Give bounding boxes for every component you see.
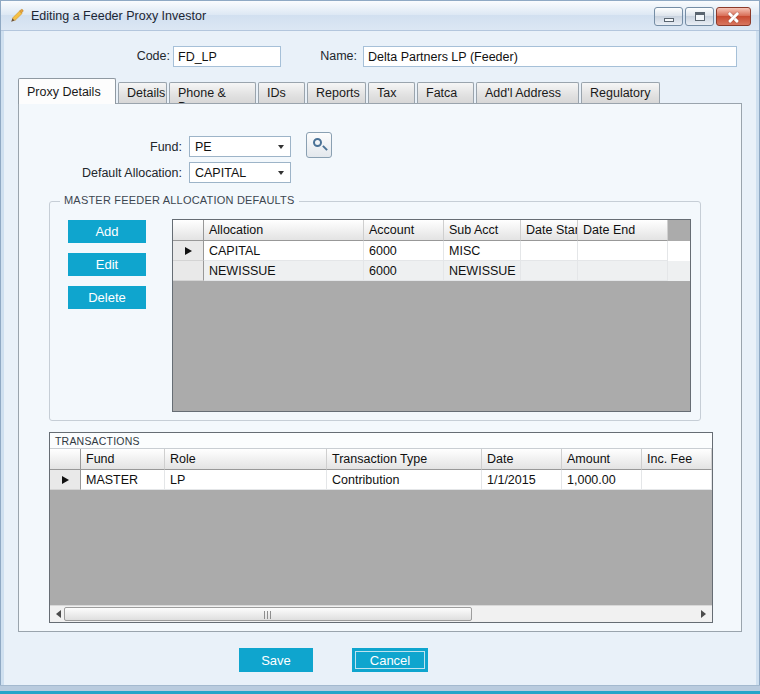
cell-date-start[interactable] [521,261,578,281]
cancel-button-label: Cancel [370,653,410,668]
code-label: Code: [90,46,170,66]
cell-date-end[interactable] [578,261,668,281]
fund-combobox[interactable]: PE [189,136,291,157]
horizontal-scrollbar[interactable] [50,605,712,622]
transactions-col-date[interactable]: Date [482,449,562,470]
chevron-down-icon [278,145,284,149]
row-selector[interactable] [173,261,204,281]
window-controls [654,7,751,26]
scrollbar-grip-icon [264,611,272,619]
cell-fund[interactable]: MASTER [81,470,165,490]
proxy-details-panel: Fund: PE Default Allocation: CAPITAL MAS… [18,103,742,632]
dialog-window: Editing a Feeder Proxy Investor Code: Na… [0,0,760,694]
add-button[interactable]: Add [68,220,146,243]
cancel-button[interactable]: Cancel [352,648,428,672]
cell-amount[interactable]: 1,000.00 [562,470,642,490]
window-title: Editing a Feeder Proxy Investor [31,9,206,23]
cell-allocation[interactable]: CAPITAL [204,241,364,261]
maximize-button[interactable] [685,7,714,26]
default-allocation-combobox-value: CAPITAL [195,166,246,180]
transactions-col-fund[interactable]: Fund [81,449,165,470]
fund-search-button[interactable] [306,132,332,158]
row-selector[interactable] [173,241,204,261]
minimize-button[interactable] [654,7,683,26]
chevron-down-icon [278,171,284,175]
default-allocation-combobox[interactable]: CAPITAL [189,162,291,183]
cell-account[interactable]: 6000 [364,241,444,261]
tab-ids[interactable]: IDs [258,82,305,104]
tab-tax[interactable]: Tax [368,82,415,104]
transactions-group: TRANSACTIONS Fund Role Transaction Type … [49,432,713,623]
search-icon [313,138,322,147]
fund-combobox-value: PE [195,140,212,154]
cell-role[interactable]: LP [165,470,327,490]
cell-date-start[interactable] [521,241,578,261]
tab-strip: Proxy Details Details Phone & Docs IDs R… [18,78,660,104]
pencil-icon [9,8,25,24]
allocation-grid-header: Allocation Account Sub Acct Date Start D… [173,220,690,241]
scrollbar-thumb[interactable] [64,607,472,621]
cell-sub-acct[interactable]: MISC [444,241,521,261]
allocation-header-selector [173,220,204,241]
name-input[interactable] [363,46,737,67]
close-button[interactable] [716,7,751,26]
save-button[interactable]: Save [239,648,313,672]
scroll-right-icon [701,610,706,618]
scroll-right-button[interactable] [695,606,712,622]
table-row[interactable]: NEWISSUE 6000 NEWISSUE [173,261,690,281]
current-row-arrow-icon [62,476,69,484]
tab-addl-address[interactable]: Add'l Address [476,82,579,104]
table-row[interactable]: CAPITAL 6000 MISC [173,241,690,261]
tab-reports[interactable]: Reports [307,82,366,104]
tab-phone-docs[interactable]: Phone & Docs [169,82,256,104]
code-input[interactable] [173,46,281,67]
transactions-title: TRANSACTIONS [50,433,712,449]
allocation-col-date-start[interactable]: Date Start [521,220,578,241]
name-label: Name: [300,46,357,66]
cell-date-end[interactable] [578,241,668,261]
tab-fatca[interactable]: Fatca [417,82,474,104]
tab-details[interactable]: Details [118,82,167,104]
edit-button[interactable]: Edit [68,253,146,276]
fund-label: Fund: [19,137,182,157]
allocation-col-date-end[interactable]: Date End [578,220,668,241]
cell-type[interactable]: Contribution [327,470,482,490]
minimize-icon [664,18,674,22]
maximize-icon [695,12,705,21]
transactions-grid-header: Fund Role Transaction Type Date Amount I… [50,449,712,470]
allocation-col-account[interactable]: Account [364,220,444,241]
current-row-arrow-icon [185,247,192,255]
cell-sub-acct[interactable]: NEWISSUE [444,261,521,281]
delete-button[interactable]: Delete [68,286,146,309]
close-icon [728,11,739,22]
scroll-left-icon [56,610,61,618]
default-allocation-label: Default Allocation: [19,163,182,183]
row-selector[interactable] [50,470,81,490]
table-row[interactable]: MASTER LP Contribution 1/1/2015 1,000.00 [50,470,712,490]
tab-proxy-details[interactable]: Proxy Details [18,78,116,104]
transactions-col-amount[interactable]: Amount [562,449,642,470]
allocation-col-sub-acct[interactable]: Sub Acct [444,220,521,241]
transactions-col-type[interactable]: Transaction Type [327,449,482,470]
cell-account[interactable]: 6000 [364,261,444,281]
cell-allocation[interactable]: NEWISSUE [204,261,364,281]
title-bar: Editing a Feeder Proxy Investor [1,1,759,31]
transactions-col-inc-fee[interactable]: Inc. Fee [642,449,712,470]
transactions-col-role[interactable]: Role [165,449,327,470]
cell-date[interactable]: 1/1/2015 [482,470,562,490]
transactions-header-selector [50,449,81,470]
allocation-grid: Allocation Account Sub Acct Date Start D… [172,219,691,412]
cell-inc-fee[interactable] [642,470,712,490]
tab-regulatory[interactable]: Regulatory [581,82,660,104]
allocation-defaults-group: MASTER FEEDER ALLOCATION DEFAULTS Add Ed… [49,201,701,421]
allocation-defaults-title: MASTER FEEDER ALLOCATION DEFAULTS [60,194,299,206]
allocation-col-allocation[interactable]: Allocation [204,220,364,241]
